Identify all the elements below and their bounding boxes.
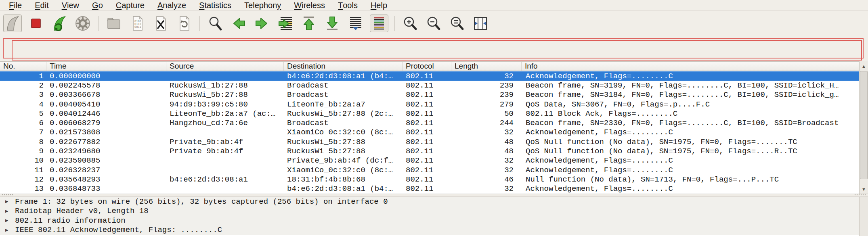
scroll-down-button[interactable]: ▼ — [860, 184, 868, 194]
menu-tools[interactable]: Tools — [331, 0, 364, 10]
packet-row-10[interactable]: 100.023590885Private_9b:ab:4f (dc:f…802.… — [0, 156, 859, 165]
first-packet-button[interactable] — [300, 15, 318, 32]
packet-row-2[interactable]: 20.002245578RuckusWi_1b:27:88Broadcast80… — [0, 81, 859, 90]
packet-row-3[interactable]: 30.003366678RuckusWi_5b:27:88Broadcast80… — [0, 90, 859, 100]
scrollbar-thumb[interactable] — [860, 71, 868, 179]
cell-time: 0.000000000 — [46, 72, 166, 81]
detail-row[interactable]: ▶IEEE 802.11 Acknowledgement, Flags: ...… — [0, 226, 859, 235]
column-header-time[interactable]: Time — [46, 62, 166, 71]
cell-time: 0.022677882 — [46, 138, 166, 146]
last-packet-button[interactable] — [323, 15, 342, 32]
cell-time: 0.023590885 — [46, 156, 166, 165]
column-header-protocol[interactable]: Protocol — [403, 62, 451, 71]
open-file-button[interactable] — [105, 15, 123, 32]
packet-row-12[interactable]: 120.035648293b4:e6:2d:d3:08:a118:31:bf:4… — [0, 175, 859, 184]
menu-go[interactable]: Go — [86, 0, 109, 10]
cell-info: Beacon frame, SN=3199, FN=0, Flags=.....… — [522, 81, 859, 90]
expand-icon[interactable]: ▶ — [0, 217, 15, 223]
start-capture-button[interactable] — [3, 15, 22, 32]
cell-info: Acknowledgement, Flags=........C — [522, 72, 859, 81]
go-to-packet-button[interactable] — [276, 15, 295, 32]
packet-row-5[interactable]: 50.004012446LiteonTe_bb:2a:a7 (ac:…Rucku… — [0, 109, 859, 118]
menu-edit[interactable]: Edit — [28, 0, 55, 10]
cell-dst: b4:e6:2d:d3:08:a1 (b4:… — [284, 184, 403, 193]
cell-proto: 802.11 — [403, 81, 451, 90]
restart-capture-button[interactable] — [50, 15, 69, 32]
expand-icon[interactable]: ▶ — [0, 227, 15, 233]
packet-row-9[interactable]: 90.023249680Private_9b:ab:4fRuckusWi_5b:… — [0, 146, 859, 156]
cell-time: 0.004012446 — [46, 109, 166, 118]
menu-capture[interactable]: Capture — [109, 0, 151, 10]
cell-src: RuckusWi_1b:27:88 — [166, 81, 284, 90]
menu-telephony[interactable]: Telephony — [238, 0, 287, 10]
column-header-length[interactable]: Length — [451, 62, 522, 71]
zoom-original-button[interactable] — [448, 15, 466, 32]
cell-len: 48 — [451, 138, 522, 146]
detail-row[interactable]: ▶802.11 radio information — [0, 216, 859, 226]
cell-src: LiteonTe_bb:2a:a7 (ac:… — [166, 109, 284, 118]
cell-no: 10 — [0, 156, 46, 165]
cell-len: 32 — [451, 166, 522, 175]
cell-len: 239 — [451, 81, 522, 90]
menu-analyze[interactable]: Analyze — [151, 0, 193, 10]
go-forward-button[interactable] — [253, 15, 271, 32]
menu-help[interactable]: Help — [364, 0, 394, 10]
cell-proto: 802.11 — [403, 138, 451, 146]
cell-proto: 802.11 — [403, 175, 451, 184]
resize-columns-icon — [472, 15, 489, 31]
scroll-up-button[interactable]: ▲ — [860, 61, 868, 71]
cell-info: Beacon frame, SN=3184, FN=0, Flags=.....… — [522, 90, 859, 99]
packet-row-1[interactable]: 10.000000000b4:e6:2d:d3:08:a1 (b4:…802.1… — [0, 71, 859, 81]
stop-capture-button[interactable] — [27, 15, 45, 32]
zoom-out-button[interactable] — [424, 15, 443, 32]
binary-document-icon: 010101100011 — [129, 15, 145, 31]
expand-icon[interactable]: ▶ — [0, 198, 15, 205]
packet-row-4[interactable]: 40.00400541094:d9:b3:99:c5:80LiteonTe_bb… — [0, 100, 859, 109]
zoom-in-button[interactable] — [401, 15, 419, 32]
detail-row[interactable]: ▶Radiotap Header v0, Length 18 — [0, 207, 859, 216]
cell-dst: RuckusWi_5b:27:88 — [284, 138, 403, 146]
details-scrollbar[interactable] — [859, 197, 868, 236]
menu-file[interactable]: File — [2, 0, 28, 10]
packet-row-6[interactable]: 60.006068279Hangzhou_cd:7a:6eBroadcast80… — [0, 118, 859, 127]
resize-columns-button[interactable] — [471, 15, 490, 32]
cell-time: 0.002245578 — [46, 81, 166, 90]
auto-scroll-button[interactable] — [346, 15, 365, 32]
packet-row-11[interactable]: 110.026328237XiaomiCo_0c:32:c0 (8c:…802.… — [0, 165, 859, 175]
cell-time: 0.021573808 — [46, 128, 166, 137]
expand-icon[interactable]: ▶ — [0, 208, 15, 214]
stop-square-icon — [28, 15, 44, 31]
cell-no: 3 — [0, 90, 46, 99]
cell-len: 32 — [451, 156, 522, 165]
cell-len: 279 — [451, 100, 522, 109]
menu-view[interactable]: View — [55, 0, 86, 10]
cell-proto: 802.11 — [403, 128, 451, 137]
colorize-packets-button[interactable] — [370, 15, 388, 32]
column-header-source[interactable]: Source — [166, 62, 284, 71]
packet-row-13[interactable]: 130.036848733b4:e6:2d:d3:08:a1 (b4:…802.… — [0, 184, 859, 194]
column-header-no[interactable]: No. — [0, 62, 46, 71]
find-packet-button[interactable] — [206, 15, 224, 32]
detail-row[interactable]: ▶Frame 1: 32 bytes on wire (256 bits), 3… — [0, 197, 859, 207]
cell-no: 6 — [0, 119, 46, 127]
capture-options-button[interactable] — [73, 15, 92, 32]
menu-statistics[interactable]: Statistics — [193, 0, 238, 10]
go-back-button[interactable] — [229, 15, 248, 32]
close-file-button[interactable] — [151, 15, 170, 32]
cell-info: Acknowledgement, Flags=........C — [522, 128, 859, 137]
cell-proto: 802.11 — [403, 119, 451, 127]
arrow-up-icon — [301, 15, 317, 31]
column-header-destination[interactable]: Destination — [284, 62, 403, 71]
column-header-info[interactable]: Info — [522, 62, 859, 71]
zoom-original-icon — [449, 15, 465, 31]
packet-row-7[interactable]: 70.021573808XiaomiCo_0c:32:c0 (8c:…802.1… — [0, 128, 859, 137]
cell-time: 0.023249680 — [46, 147, 166, 156]
cell-time: 0.006068279 — [46, 119, 166, 127]
toolbar-separator — [199, 16, 200, 31]
packet-list-scrollbar[interactable]: ▲ ▼ — [859, 61, 868, 194]
menu-wireless[interactable]: Wireless — [287, 0, 331, 10]
save-file-button[interactable]: 010101100011 — [128, 15, 147, 32]
reload-file-button[interactable] — [175, 15, 193, 32]
pane-splitter[interactable] — [0, 194, 868, 197]
packet-row-8[interactable]: 80.022677882Private_9b:ab:4fRuckusWi_5b:… — [0, 137, 859, 146]
